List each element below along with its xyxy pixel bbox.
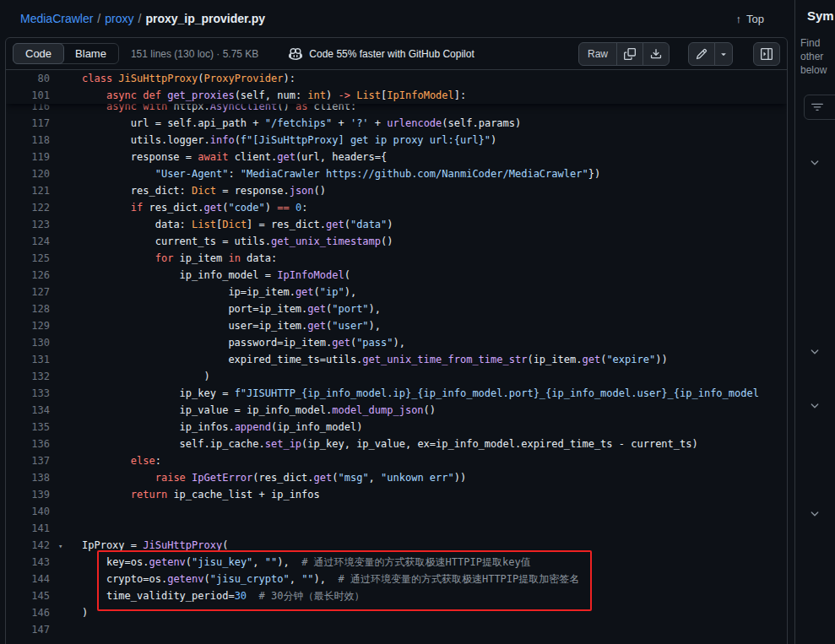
sidebar-panel-icon bbox=[761, 48, 773, 60]
symbol-section-toggle[interactable] bbox=[809, 157, 821, 169]
symbol-section-toggle[interactable] bbox=[809, 508, 821, 520]
filter-symbols-button[interactable] bbox=[804, 95, 835, 120]
line-number[interactable]: 139 bbox=[6, 486, 50, 503]
line-number[interactable]: 80 bbox=[6, 70, 50, 87]
code-text: return ip_cache_list + ip_infos bbox=[50, 486, 320, 503]
code-text: time_validity_period=30 # 30分钟（最长时效） bbox=[50, 587, 364, 604]
code-line: 134 ip_value = ip_info_model.model_dump_… bbox=[6, 402, 787, 419]
back-to-top-label: Top bbox=[746, 13, 764, 25]
line-number[interactable]: 135 bbox=[6, 419, 50, 436]
code-line: 132 ) bbox=[6, 368, 787, 385]
symbols-hint-text: Find other below bbox=[800, 36, 835, 77]
tab-code[interactable]: Code bbox=[13, 43, 64, 64]
edit-dropdown-button[interactable] bbox=[714, 42, 733, 66]
breadcrumb: MediaCrawler/proxy/proxy_ip_provider.py … bbox=[0, 0, 794, 37]
collapse-chevron-icon[interactable]: ▾ bbox=[58, 538, 62, 555]
code-text: "User-Agent": "MediaCrawler https://gith… bbox=[50, 165, 600, 182]
code-text bbox=[50, 621, 82, 638]
code-line: 145 time_validity_period=30 # 30分钟（最长时效） bbox=[6, 587, 787, 604]
code-line: 135 ip_infos.append(ip_info_model) bbox=[6, 419, 787, 436]
line-number[interactable]: 129 bbox=[6, 317, 50, 334]
line-number[interactable]: 134 bbox=[6, 402, 50, 419]
line-number[interactable]: 119 bbox=[6, 149, 50, 165]
code-area: 116 async with httpx.AsyncClient() as cl… bbox=[6, 70, 787, 644]
back-to-top-button[interactable]: ↑ Top bbox=[731, 12, 769, 26]
symbol-section-toggle[interactable] bbox=[809, 400, 821, 412]
line-number[interactable]: 146 bbox=[6, 604, 50, 621]
code-line: 137 else: bbox=[6, 452, 787, 469]
code-text: raise IpGetError(res_dict.get("msg", "un… bbox=[50, 469, 466, 486]
line-number[interactable]: 126 bbox=[6, 267, 50, 284]
symbol-section-toggle[interactable] bbox=[809, 346, 821, 358]
main-content: MediaCrawler/proxy/proxy_ip_provider.py … bbox=[0, 0, 794, 644]
line-number[interactable]: 121 bbox=[6, 182, 50, 199]
line-number[interactable]: 124 bbox=[6, 233, 50, 250]
line-number[interactable]: 145 bbox=[6, 587, 50, 604]
line-number[interactable]: 133 bbox=[6, 385, 50, 402]
download-button[interactable] bbox=[643, 42, 670, 66]
tab-blame[interactable]: Blame bbox=[63, 44, 118, 63]
line-number[interactable]: 138 bbox=[6, 469, 50, 486]
line-number[interactable]: 128 bbox=[6, 300, 50, 317]
line-number[interactable]: 122 bbox=[6, 199, 50, 216]
symbols-panel-button[interactable] bbox=[753, 42, 780, 66]
line-number[interactable]: 147 bbox=[6, 621, 50, 638]
line-number[interactable]: 117 bbox=[6, 115, 50, 132]
line-number[interactable]: 143 bbox=[6, 554, 50, 571]
code-text: data: List[Dict] = res_dict.get("data") bbox=[50, 216, 393, 233]
line-number[interactable]: 125 bbox=[6, 250, 50, 267]
edit-button-group bbox=[688, 42, 733, 66]
breadcrumb-folder-link[interactable]: proxy bbox=[105, 12, 133, 25]
symbols-hint-line: Find bbox=[800, 36, 835, 50]
line-number[interactable]: 141 bbox=[6, 520, 50, 537]
code-text: port=ip_item.get("port"), bbox=[50, 300, 381, 317]
line-number[interactable]: 144 bbox=[6, 571, 50, 587]
code-line: 124 current_ts = utils.get_unix_timestam… bbox=[6, 233, 787, 250]
code-line: 133 ip_key = f"JISUHTTP_{ip_info_model.i… bbox=[6, 385, 787, 402]
chevron-down-icon bbox=[809, 346, 821, 358]
code-text: ip_info_model = IpInfoModel( bbox=[50, 267, 350, 284]
line-number[interactable]: 123 bbox=[6, 216, 50, 233]
line-number[interactable]: 142 bbox=[6, 537, 50, 554]
copy-icon bbox=[624, 48, 636, 60]
code-line: 131 expired_time_ts=utils.get_unix_time_… bbox=[6, 351, 787, 368]
code-blame-toggle: Code Blame bbox=[13, 43, 119, 64]
code-text: current_ts = utils.get_unix_timestamp() bbox=[50, 233, 393, 250]
breadcrumb-separator: / bbox=[97, 12, 100, 25]
code-line: 146) bbox=[6, 604, 787, 621]
pencil-icon bbox=[696, 48, 708, 60]
line-number[interactable]: 130 bbox=[6, 334, 50, 351]
code-line: 119 response = await client.get(url, hea… bbox=[6, 149, 787, 165]
code-text: res_dict: Dict = response.json() bbox=[50, 182, 326, 199]
line-number[interactable]: 118 bbox=[6, 132, 50, 149]
raw-button[interactable]: Raw bbox=[578, 42, 617, 66]
code-line: 130 password=ip_item.get("pass"), bbox=[6, 334, 787, 351]
breadcrumb-path: MediaCrawler/proxy/proxy_ip_provider.py bbox=[20, 12, 265, 25]
chevron-down-icon bbox=[809, 508, 821, 520]
line-number[interactable]: 127 bbox=[6, 284, 50, 300]
code-text: async def get_proxies(self, num: int) ->… bbox=[50, 87, 466, 104]
breadcrumb-repo-link[interactable]: MediaCrawler bbox=[20, 12, 93, 25]
line-number[interactable]: 140 bbox=[6, 503, 50, 520]
line-number[interactable]: 131 bbox=[6, 351, 50, 368]
code-line: 129 user=ip_item.get("user"), bbox=[6, 317, 787, 334]
file-toolbar: Code Blame 151 lines (130 loc) · 5.75 KB… bbox=[6, 38, 787, 70]
breadcrumb-separator: / bbox=[138, 12, 141, 25]
code-text: ip_key = f"JISUHTTP_{ip_info_model.ip}_{… bbox=[50, 385, 759, 402]
code-text: response = await client.get(url, headers… bbox=[50, 149, 387, 165]
download-icon bbox=[650, 48, 662, 60]
code-line: 125 for ip_item in data: bbox=[6, 250, 787, 267]
edit-button[interactable] bbox=[688, 42, 715, 66]
code-text: else: bbox=[50, 452, 161, 469]
code-line: 121 res_dict: Dict = response.json() bbox=[6, 182, 787, 199]
code-line: 140 bbox=[6, 503, 787, 520]
line-number[interactable]: 120 bbox=[6, 165, 50, 182]
line-number[interactable]: 132 bbox=[6, 368, 50, 385]
line-number[interactable]: 101 bbox=[6, 87, 50, 104]
line-number[interactable]: 137 bbox=[6, 452, 50, 469]
line-number[interactable]: 136 bbox=[6, 436, 50, 452]
code-text: IpProxy = JiSuHttpProxy( bbox=[50, 537, 228, 554]
copy-button[interactable] bbox=[616, 42, 643, 66]
copilot-promo[interactable]: Code 55% faster with GitHub Copilot bbox=[289, 47, 474, 61]
code-text: self.ip_cache.set_ip(ip_key, ip_value, e… bbox=[50, 436, 698, 452]
